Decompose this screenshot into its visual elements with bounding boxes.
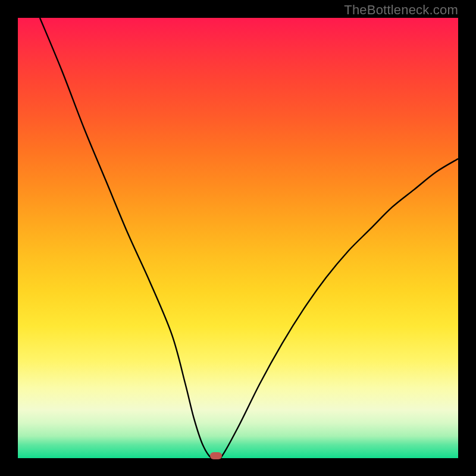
curve-svg (18, 18, 458, 458)
watermark-text: TheBottleneck.com (344, 2, 458, 18)
optimal-marker (210, 452, 222, 459)
chart-frame: TheBottleneck.com (0, 0, 476, 476)
bottleneck-curve (40, 18, 458, 458)
plot-area (18, 18, 458, 458)
